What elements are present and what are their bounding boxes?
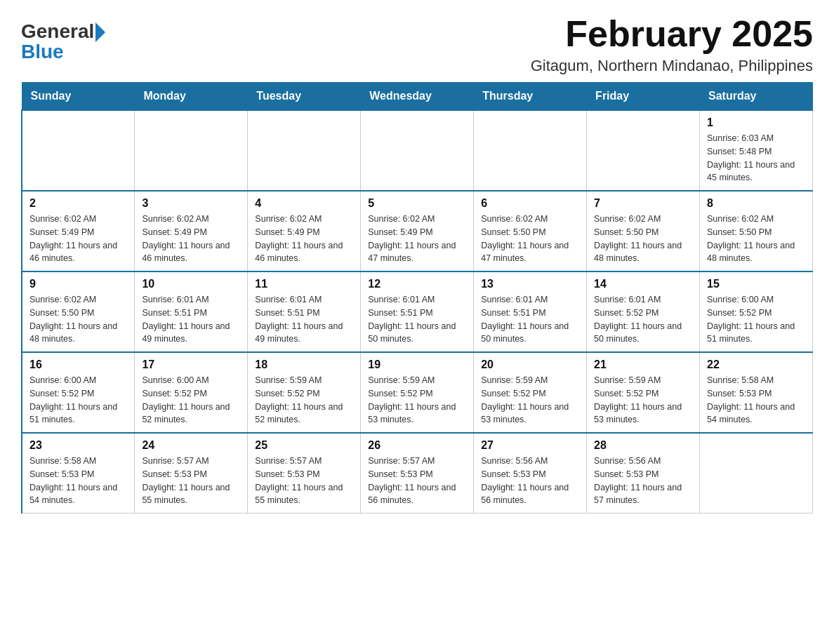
day-info: Sunrise: 6:00 AM Sunset: 5:52 PM Dayligh…	[29, 374, 127, 427]
day-cell: 6Sunrise: 6:02 AM Sunset: 5:50 PM Daylig…	[474, 191, 587, 271]
day-cell	[474, 110, 587, 191]
day-info: Sunrise: 6:02 AM Sunset: 5:49 PM Dayligh…	[368, 213, 466, 265]
day-number: 9	[29, 278, 127, 290]
day-info: Sunrise: 6:02 AM Sunset: 5:50 PM Dayligh…	[594, 213, 692, 265]
day-cell: 25Sunrise: 5:57 AM Sunset: 5:53 PM Dayli…	[248, 433, 361, 514]
day-number: 7	[594, 197, 692, 210]
day-info: Sunrise: 6:01 AM Sunset: 5:51 PM Dayligh…	[255, 293, 353, 346]
title-block: February 2025 Gitagum, Northern Mindanao…	[531, 14, 813, 75]
day-number: 11	[255, 278, 353, 290]
logo: General Blue	[21, 21, 105, 62]
day-cell: 11Sunrise: 6:01 AM Sunset: 5:51 PM Dayli…	[248, 271, 361, 352]
day-cell: 17Sunrise: 6:00 AM Sunset: 5:52 PM Dayli…	[135, 352, 248, 433]
header-row: SundayMondayTuesdayWednesdayThursdayFrid…	[22, 83, 813, 111]
day-number: 3	[142, 197, 240, 210]
header-saturday: Saturday	[700, 83, 813, 111]
day-cell: 24Sunrise: 5:57 AM Sunset: 5:53 PM Dayli…	[135, 433, 248, 514]
day-number: 14	[594, 278, 692, 290]
week-row-3: 9Sunrise: 6:02 AM Sunset: 5:50 PM Daylig…	[22, 271, 813, 352]
day-info: Sunrise: 6:01 AM Sunset: 5:52 PM Dayligh…	[594, 293, 692, 346]
day-number: 16	[29, 358, 127, 371]
day-number: 23	[29, 439, 127, 452]
header-tuesday: Tuesday	[248, 83, 361, 111]
day-cell: 10Sunrise: 6:01 AM Sunset: 5:51 PM Dayli…	[135, 271, 248, 352]
page-header: General Blue February 2025 Gitagum, Nort…	[21, 14, 813, 75]
day-cell	[700, 433, 813, 514]
day-cell: 23Sunrise: 5:58 AM Sunset: 5:53 PM Dayli…	[22, 433, 135, 514]
day-info: Sunrise: 5:58 AM Sunset: 5:53 PM Dayligh…	[29, 455, 127, 507]
day-cell: 28Sunrise: 5:56 AM Sunset: 5:53 PM Dayli…	[587, 433, 700, 514]
day-cell: 16Sunrise: 6:00 AM Sunset: 5:52 PM Dayli…	[22, 352, 135, 433]
header-thursday: Thursday	[474, 83, 587, 111]
day-cell: 13Sunrise: 6:01 AM Sunset: 5:51 PM Dayli…	[474, 271, 587, 352]
day-number: 27	[481, 439, 579, 452]
day-info: Sunrise: 5:57 AM Sunset: 5:53 PM Dayligh…	[255, 455, 353, 507]
day-info: Sunrise: 6:03 AM Sunset: 5:48 PM Dayligh…	[707, 132, 805, 185]
day-info: Sunrise: 5:59 AM Sunset: 5:52 PM Dayligh…	[481, 374, 579, 427]
logo-triangle-icon	[95, 22, 105, 42]
week-row-2: 2Sunrise: 6:02 AM Sunset: 5:49 PM Daylig…	[22, 191, 813, 271]
day-cell: 9Sunrise: 6:02 AM Sunset: 5:50 PM Daylig…	[22, 271, 135, 352]
day-cell: 19Sunrise: 5:59 AM Sunset: 5:52 PM Dayli…	[361, 352, 474, 433]
day-info: Sunrise: 5:56 AM Sunset: 5:53 PM Dayligh…	[481, 455, 579, 507]
day-info: Sunrise: 5:58 AM Sunset: 5:53 PM Dayligh…	[707, 374, 805, 427]
calendar-body: 1Sunrise: 6:03 AM Sunset: 5:48 PM Daylig…	[22, 110, 813, 514]
day-cell: 12Sunrise: 6:01 AM Sunset: 5:51 PM Dayli…	[361, 271, 474, 352]
header-sunday: Sunday	[22, 83, 135, 111]
calendar-title: February 2025	[531, 14, 813, 54]
day-number: 8	[707, 197, 805, 210]
day-info: Sunrise: 6:01 AM Sunset: 5:51 PM Dayligh…	[481, 293, 579, 346]
day-info: Sunrise: 6:02 AM Sunset: 5:50 PM Dayligh…	[481, 213, 579, 265]
day-cell: 7Sunrise: 6:02 AM Sunset: 5:50 PM Daylig…	[587, 191, 700, 271]
logo-general: General	[21, 22, 94, 41]
day-info: Sunrise: 5:59 AM Sunset: 5:52 PM Dayligh…	[368, 374, 466, 427]
day-cell: 1Sunrise: 6:03 AM Sunset: 5:48 PM Daylig…	[700, 110, 813, 191]
day-cell: 18Sunrise: 5:59 AM Sunset: 5:52 PM Dayli…	[248, 352, 361, 433]
header-friday: Friday	[587, 83, 700, 111]
day-cell: 21Sunrise: 5:59 AM Sunset: 5:52 PM Dayli…	[587, 352, 700, 433]
day-info: Sunrise: 5:57 AM Sunset: 5:53 PM Dayligh…	[368, 455, 466, 507]
day-info: Sunrise: 6:02 AM Sunset: 5:50 PM Dayligh…	[29, 293, 127, 346]
day-cell: 15Sunrise: 6:00 AM Sunset: 5:52 PM Dayli…	[700, 271, 813, 352]
day-number: 26	[368, 439, 466, 452]
day-cell: 22Sunrise: 5:58 AM Sunset: 5:53 PM Dayli…	[700, 352, 813, 433]
calendar-subtitle: Gitagum, Northern Mindanao, Philippines	[531, 57, 813, 75]
day-number: 4	[255, 197, 353, 210]
calendar-table: SundayMondayTuesdayWednesdayThursdayFrid…	[21, 82, 813, 514]
day-cell: 20Sunrise: 5:59 AM Sunset: 5:52 PM Dayli…	[474, 352, 587, 433]
day-number: 17	[142, 358, 240, 371]
day-cell	[22, 110, 135, 191]
header-monday: Monday	[135, 83, 248, 111]
day-number: 15	[707, 278, 805, 290]
day-info: Sunrise: 6:02 AM Sunset: 5:49 PM Dayligh…	[29, 213, 127, 265]
day-number: 10	[142, 278, 240, 290]
day-number: 21	[594, 358, 692, 371]
day-cell: 4Sunrise: 6:02 AM Sunset: 5:49 PM Daylig…	[248, 191, 361, 271]
week-row-4: 16Sunrise: 6:00 AM Sunset: 5:52 PM Dayli…	[22, 352, 813, 433]
day-info: Sunrise: 5:57 AM Sunset: 5:53 PM Dayligh…	[142, 455, 240, 507]
day-cell: 3Sunrise: 6:02 AM Sunset: 5:49 PM Daylig…	[135, 191, 248, 271]
day-number: 12	[368, 278, 466, 290]
day-cell	[587, 110, 700, 191]
day-info: Sunrise: 6:00 AM Sunset: 5:52 PM Dayligh…	[707, 293, 805, 346]
day-number: 28	[594, 439, 692, 452]
day-info: Sunrise: 6:02 AM Sunset: 5:49 PM Dayligh…	[142, 213, 240, 265]
logo-blue: Blue	[21, 42, 105, 62]
calendar-header: SundayMondayTuesdayWednesdayThursdayFrid…	[22, 83, 813, 111]
day-number: 24	[142, 439, 240, 452]
day-cell: 26Sunrise: 5:57 AM Sunset: 5:53 PM Dayli…	[361, 433, 474, 514]
week-row-5: 23Sunrise: 5:58 AM Sunset: 5:53 PM Dayli…	[22, 433, 813, 514]
day-cell: 27Sunrise: 5:56 AM Sunset: 5:53 PM Dayli…	[474, 433, 587, 514]
header-wednesday: Wednesday	[361, 83, 474, 111]
day-cell: 5Sunrise: 6:02 AM Sunset: 5:49 PM Daylig…	[361, 191, 474, 271]
day-number: 6	[481, 197, 579, 210]
day-info: Sunrise: 6:02 AM Sunset: 5:50 PM Dayligh…	[707, 213, 805, 265]
day-info: Sunrise: 6:00 AM Sunset: 5:52 PM Dayligh…	[142, 374, 240, 427]
day-info: Sunrise: 5:56 AM Sunset: 5:53 PM Dayligh…	[594, 455, 692, 507]
day-cell	[361, 110, 474, 191]
day-info: Sunrise: 6:02 AM Sunset: 5:49 PM Dayligh…	[255, 213, 353, 265]
week-row-1: 1Sunrise: 6:03 AM Sunset: 5:48 PM Daylig…	[22, 110, 813, 191]
day-cell: 8Sunrise: 6:02 AM Sunset: 5:50 PM Daylig…	[700, 191, 813, 271]
day-number: 22	[707, 358, 805, 371]
day-cell: 2Sunrise: 6:02 AM Sunset: 5:49 PM Daylig…	[22, 191, 135, 271]
